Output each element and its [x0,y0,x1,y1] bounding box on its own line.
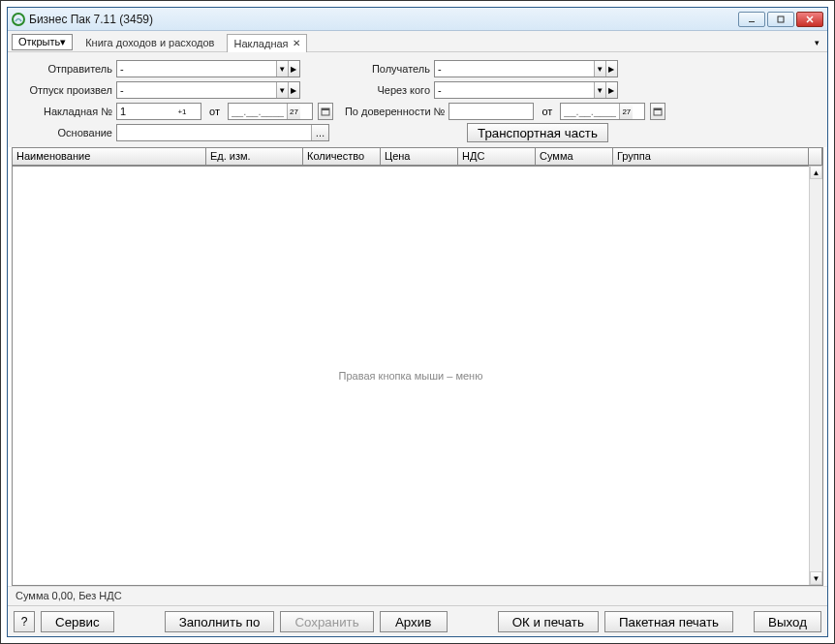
basis-input[interactable] [117,125,311,140]
date1-field[interactable]: 27 [228,103,313,120]
col-unit[interactable]: Ед. изм. [206,148,303,166]
context-menu-hint: Правая кнопка мыши – меню [339,370,483,382]
bottom-toolbar: ? Сервис Заполнить по Сохранить Архив ОК… [8,605,827,636]
lookup-icon[interactable]: ▶ [605,82,617,98]
basis-label: Основание [15,127,112,138]
tab-label: Накладная [233,38,288,49]
spin-up-icon[interactable]: +1 [175,107,189,116]
proxy-input[interactable] [449,104,533,119]
proxy-field[interactable] [448,103,534,120]
sender-combo[interactable]: ▼ ▶ [116,60,300,77]
release-input[interactable] [117,82,276,98]
date1-btn[interactable]: 27 [287,104,300,119]
col-vat[interactable]: НДС [458,148,536,166]
scroll-down-icon[interactable]: ▼ [810,571,822,585]
via-label: Через кого [324,84,430,96]
form-area: Отправитель ▼ ▶ Получатель ▼ ▶ Отпуск пр… [8,52,827,147]
transport-part-button[interactable]: Транспортная часть [467,123,608,142]
vertical-scrollbar[interactable]: ▲ ▼ [809,166,822,585]
lookup-icon[interactable]: ▶ [605,61,617,77]
release-label: Отпуск произвел [15,84,112,96]
window-title: Бизнес Пак 7.11 (3459) [29,13,738,26]
receiver-combo[interactable]: ▼ ▶ [434,60,618,77]
invoice-no-input[interactable] [117,104,175,119]
svg-rect-6 [654,108,662,110]
archive-button[interactable]: Архив [380,611,448,632]
col-qty[interactable]: Количество [303,148,381,166]
scrollbar-track[interactable] [810,179,822,571]
date1-input[interactable] [229,104,287,119]
tab-income-book[interactable]: Книга доходов и расходов [78,33,221,51]
lookup-icon[interactable]: ▶ [288,82,299,98]
exit-button[interactable]: Выход [754,611,821,632]
status-text: Сумма 0,00, Без НДС [15,590,122,601]
svg-rect-1 [749,21,755,22]
svg-rect-4 [322,108,329,110]
chevron-down-icon[interactable]: ▼ [276,82,288,98]
chevron-down-icon[interactable]: ▼ [594,82,605,98]
items-table: Наименование Ед. изм. Количество Цена НД… [12,147,823,586]
from-label2: от [538,106,556,117]
basis-field[interactable]: … [116,124,329,141]
svg-rect-2 [778,16,784,22]
receiver-label: Получатель [324,63,430,75]
save-button[interactable]: Сохранить [280,611,373,632]
title-bar: Бизнес Пак 7.11 (3459) [8,8,827,31]
close-tab-icon[interactable]: ✕ [293,38,300,48]
open-button[interactable]: Открыть▾ [12,34,73,50]
col-group[interactable]: Группа [613,148,809,166]
help-icon: ? [21,615,28,629]
chevron-down-icon[interactable]: ▼ [594,61,605,77]
tab-bar: Открыть▾ Книга доходов и расходов Наклад… [8,31,827,52]
calendar-icon[interactable] [650,103,665,120]
sender-label: Отправитель [15,63,112,75]
tab-invoice[interactable]: Накладная ✕ [227,34,306,52]
close-button[interactable] [796,12,823,27]
fill-by-button[interactable]: Заполнить по [165,611,275,632]
tab-overflow-dropdown[interactable]: ▾ [811,38,823,47]
date2-btn[interactable]: 27 [619,104,633,119]
help-button[interactable]: ? [14,611,35,632]
receiver-input[interactable] [435,61,594,77]
status-bar: Сумма 0,00, Без НДС [8,586,827,605]
tab-label: Книга доходов и расходов [85,37,214,48]
date2-input[interactable] [561,104,619,119]
minimize-button[interactable] [738,12,765,27]
chevron-down-icon[interactable]: ▼ [276,61,288,77]
ok-print-button[interactable]: ОК и печать [498,611,599,632]
maximize-button[interactable] [767,12,794,27]
proxy-label: По доверенности № [345,106,446,117]
invoice-no-label: Накладная № [15,106,112,117]
scroll-up-icon[interactable]: ▲ [810,166,822,179]
col-name[interactable]: Наименование [13,148,206,166]
calendar-icon[interactable] [318,103,333,120]
batch-print-button[interactable]: Пакетная печать [604,611,733,632]
ellipsis-icon[interactable]: … [311,125,328,140]
col-scroll-spacer [809,148,822,166]
col-price[interactable]: Цена [381,148,458,166]
sender-input[interactable] [117,61,276,77]
app-icon [12,13,25,26]
invoice-no-spinner[interactable]: +1 [116,103,201,120]
date2-field[interactable]: 27 [560,103,645,120]
col-sum[interactable]: Сумма [536,148,613,166]
via-combo[interactable]: ▼ ▶ [434,81,618,99]
table-body[interactable]: Правая кнопка мыши – меню [13,166,809,585]
lookup-icon[interactable]: ▶ [288,61,299,77]
release-combo[interactable]: ▼ ▶ [116,81,300,99]
table-header: Наименование Ед. изм. Количество Цена НД… [13,148,822,166]
service-button[interactable]: Сервис [41,611,114,632]
via-input[interactable] [435,82,594,98]
from-label: от [205,106,224,117]
